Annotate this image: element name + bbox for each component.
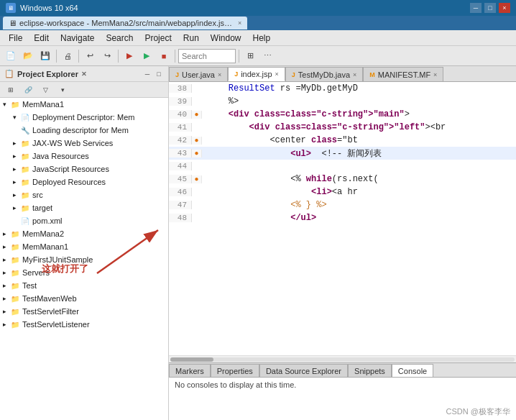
bottom-tab-DataSourceExplorer[interactable]: Data Source Explorer <box>259 364 348 377</box>
sidebar-controls: ─ □ <box>142 69 164 79</box>
toolbar-stop-btn[interactable]: ■ <box>156 48 172 64</box>
toolbar-run-btn[interactable]: ▶ <box>139 48 155 64</box>
toolbar-sep-3 <box>118 50 119 63</box>
menu-help[interactable]: Help <box>247 32 277 45</box>
sidebar-tree-item[interactable]: ▸ 📁 TestServletListener <box>0 318 168 331</box>
editor-tab-indexjsp[interactable]: J index.jsp × <box>228 67 285 81</box>
line-code[interactable]: <div class=class="c-string">"left"><br <box>202 122 516 132</box>
line-code[interactable]: <li><a hr <box>202 187 516 197</box>
line-gutter: ● <box>192 137 202 145</box>
editor-tab-MANIFESTMF[interactable]: M MANIFEST.MF × <box>363 67 443 81</box>
tab-label: User.java <box>182 70 215 79</box>
sidebar-tree-item[interactable]: ▸ 📁 TestMavenWeb <box>0 292 168 305</box>
line-code[interactable]: <center class="bt <box>202 135 516 145</box>
tree-item-label: Loading descriptor for Mem <box>32 126 129 134</box>
sidebar-tree-item[interactable]: ▾ 📁 MemMana1 <box>0 98 168 111</box>
line-code[interactable]: <div class=class="c-string">"main"> <box>202 109 516 119</box>
sidebar-tree: ▾ 📁 MemMana1 ▾ 📄 Deployment Descriptor: … <box>0 98 168 420</box>
sidebar-tree-item[interactable]: ▸ 📁 Test <box>0 279 168 292</box>
tree-item-label: TestServletFilter <box>22 307 79 316</box>
code-line: 42● <center class="bt <box>169 134 516 147</box>
sidebar-menu-btn[interactable]: ▾ <box>55 82 70 98</box>
title-bar: 🖥 Windows 10 x64 ─ □ × <box>0 0 516 16</box>
line-code[interactable]: <ul> <!-- 新闻列表 <box>202 147 516 160</box>
menu-window[interactable]: Window <box>205 32 247 45</box>
menu-run[interactable]: Run <box>178 32 205 45</box>
app-window: 🖥 Windows 10 x64 ─ □ × 🖥 eclipse-workspa… <box>0 0 516 420</box>
sidebar-tree-item[interactable]: ▸ 📁 Deployed Resources <box>0 175 168 188</box>
toolbar-open-btn[interactable]: 📂 <box>20 48 36 64</box>
line-number: 40 <box>169 110 192 119</box>
menu-project[interactable]: Project <box>139 32 177 45</box>
line-code[interactable]: %> <box>202 96 516 106</box>
sidebar-maximize-btn[interactable]: □ <box>154 69 164 79</box>
sidebar-tree-item[interactable]: ▸ 📁 MyFirstJUnitSample <box>0 253 168 266</box>
menu-file[interactable]: File <box>3 32 28 45</box>
sidebar-tree-item[interactable]: 🔧 Loading descriptor for Mem <box>0 124 168 137</box>
bottom-tab-Markers[interactable]: Markers <box>169 364 211 377</box>
editor-tab-TestMyDbjava[interactable]: J TestMyDb.java × <box>285 67 363 81</box>
toolbar-print-btn[interactable]: 🖨 <box>60 48 75 64</box>
toolbar-new-btn[interactable]: 📄 <box>3 48 19 64</box>
line-code[interactable]: <% while(rs.next( <box>202 174 516 184</box>
sidebar-tree-item[interactable]: ▸ 📁 Servers <box>0 266 168 279</box>
toolbar-save-btn[interactable]: 💾 <box>37 48 53 64</box>
sidebar-filter-btn[interactable]: ▽ <box>37 82 53 98</box>
tree-item-label: Servers <box>22 268 50 277</box>
sidebar-minimize-btn[interactable]: ─ <box>142 69 152 79</box>
line-code[interactable]: </ul> <box>202 213 516 223</box>
bottom-tabs: MarkersPropertiesData Source ExplorerSni… <box>169 363 516 378</box>
toolbar-debug-btn[interactable]: ▶ <box>121 48 137 64</box>
sidebar-collapse-btn[interactable]: ⊞ <box>3 82 19 98</box>
sidebar-tree-item[interactable]: ▸ 📁 JavaScript Resources <box>0 163 168 175</box>
maximize-button[interactable]: □ <box>484 3 496 13</box>
line-code[interactable]: ResultSet rs =MyDb.getMyD <box>202 83 516 93</box>
tab-close-icon[interactable]: × <box>275 70 279 78</box>
line-code[interactable]: <% } %> <box>202 200 516 210</box>
code-line: 47 <% } %> <box>169 198 516 211</box>
sidebar-tree-item[interactable]: ▸ 📁 target <box>0 201 168 214</box>
close-button[interactable]: × <box>499 3 510 13</box>
app-tab-close[interactable]: × <box>238 19 241 27</box>
menu-search[interactable]: Search <box>100 32 139 45</box>
tab-close-icon[interactable]: × <box>218 71 221 78</box>
minimize-button[interactable]: ─ <box>470 3 482 13</box>
tab-close-icon[interactable]: × <box>433 71 437 78</box>
code-area[interactable]: 38 ResultSet rs =MyDb.getMyD39 %>40● <di… <box>169 82 516 355</box>
tree-item-label: Deployed Resources <box>32 178 106 186</box>
sidebar-icon: 📋 <box>4 69 14 78</box>
sidebar-tree-item[interactable]: 📄 pom.xml <box>0 214 168 227</box>
sidebar-tree-item[interactable]: ▸ 📁 MemMana2 <box>0 227 168 240</box>
tab-close-icon[interactable]: × <box>353 71 356 78</box>
sidebar-tree-item[interactable]: ▸ 📁 MemManan1 <box>0 240 168 253</box>
app-tab[interactable]: 🖥 eclipse-workspace - MemMana2/src/main/… <box>3 17 247 29</box>
toolbar-redo-btn[interactable]: ↪ <box>99 48 115 64</box>
toolbar-undo-btn[interactable]: ↩ <box>82 48 98 64</box>
code-line: 38 ResultSet rs =MyDb.getMyD <box>169 82 516 95</box>
bottom-tab-Properties[interactable]: Properties <box>211 364 259 377</box>
sidebar-tree-item[interactable]: ▸ 📁 TestServletFilter <box>0 305 168 318</box>
bottom-tab-Console[interactable]: Console <box>392 364 433 377</box>
tree-item-label: Java Resources <box>32 152 89 160</box>
sidebar-tree-item[interactable]: ▸ 📁 src <box>0 188 168 201</box>
line-code[interactable] <box>202 161 516 171</box>
editor-container: J User.java × J index.jsp × J TestMyDb.j… <box>169 66 516 420</box>
sidebar-tree-item[interactable]: ▸ 📁 Java Resources <box>0 150 168 163</box>
tree-item-label: src <box>32 191 43 199</box>
console-message: No consoles to display at this time. <box>175 380 296 389</box>
sidebar-tree-item[interactable]: ▸ 📁 JAX-WS Web Services <box>0 137 168 150</box>
toolbar-perspective-btn[interactable]: ⊞ <box>242 48 258 64</box>
menu-edit[interactable]: Edit <box>28 32 55 45</box>
menu-bar: File Edit Navigate Search Project Run Wi… <box>0 30 516 46</box>
sidebar-tree-item[interactable]: ▾ 📄 Deployment Descriptor: Mem <box>0 111 168 124</box>
toolbar-more-btn[interactable]: ⋯ <box>259 48 275 64</box>
editor-tab-Userjava[interactable]: J User.java × <box>169 67 228 81</box>
menu-navigate[interactable]: Navigate <box>55 32 100 45</box>
search-input[interactable] <box>178 49 236 63</box>
sidebar-link-btn[interactable]: 🔗 <box>20 82 36 98</box>
horizontal-scrollbar[interactable] <box>169 355 516 362</box>
line-gutter: ● <box>192 175 202 183</box>
scrollbar-track <box>170 357 515 362</box>
tab-file-icon: J <box>234 70 238 78</box>
bottom-tab-Snippets[interactable]: Snippets <box>348 364 392 377</box>
